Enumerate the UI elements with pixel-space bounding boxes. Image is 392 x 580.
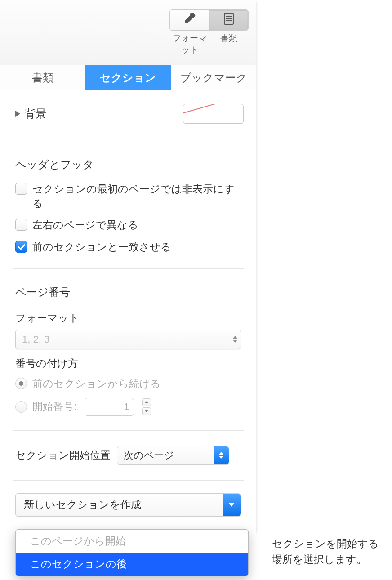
callout-leader-line xyxy=(249,557,269,557)
header-footer-title: ヘッダとフッタ xyxy=(0,145,256,178)
section-start-popup[interactable]: 次のページ xyxy=(117,446,229,465)
menu-item-after-this-section[interactable]: このセクションの後 xyxy=(16,553,248,576)
create-section-popup[interactable]: 新しいセクションを作成 xyxy=(15,493,241,517)
format-label: フォーマット xyxy=(170,32,209,56)
document-icon xyxy=(223,13,235,27)
document-label: 書類 xyxy=(209,32,248,56)
format-sublabel: フォーマット xyxy=(0,306,256,328)
background-label: 背景 xyxy=(25,107,178,121)
format-value: 1, 2, 3 xyxy=(22,334,49,345)
divider xyxy=(13,430,244,431)
format-brush-icon xyxy=(183,13,196,27)
page-number-format-select[interactable]: 1, 2, 3 xyxy=(15,330,241,349)
start-at-label: 開始番号: xyxy=(32,400,76,414)
tab-document[interactable]: 書類 xyxy=(0,65,85,90)
callout-text: セクションを開始する 場所を選択します。 xyxy=(272,536,379,567)
section-start-value: 次のページ xyxy=(124,449,174,462)
background-color-well[interactable] xyxy=(183,104,244,124)
page-number-title: ページ番号 xyxy=(0,272,256,306)
divider xyxy=(13,480,244,481)
diff-lr-label: 左右のページで異なる xyxy=(32,218,138,232)
format-button[interactable] xyxy=(170,10,209,30)
document-button[interactable] xyxy=(209,10,248,30)
menu-item-start-this-page[interactable]: このページから開始 xyxy=(16,530,248,553)
continue-label: 前のセクションから続ける xyxy=(32,377,161,391)
numbering-sublabel: 番号の付け方 xyxy=(0,351,256,373)
divider xyxy=(13,141,244,141)
popup-down-icon xyxy=(223,494,241,516)
start-at-input[interactable] xyxy=(85,398,134,416)
tab-section[interactable]: セクション xyxy=(85,65,170,90)
continue-radio[interactable] xyxy=(15,378,27,389)
start-at-radio[interactable] xyxy=(15,401,27,413)
stepper-icon xyxy=(229,330,241,349)
hide-first-label: セクションの最初のページでは非表示にする xyxy=(32,182,241,210)
toolbar: フォーマット 書類 xyxy=(0,0,256,65)
popup-arrows-icon xyxy=(214,446,229,464)
disclosure-triangle-icon[interactable] xyxy=(15,111,20,117)
create-section-menu: このページから開始 このセクションの後 xyxy=(15,529,249,576)
match-prev-checkbox[interactable] xyxy=(15,241,27,253)
diff-lr-checkbox[interactable] xyxy=(15,219,27,231)
hide-first-checkbox[interactable] xyxy=(15,183,27,195)
section-start-label: セクション開始位置 xyxy=(15,448,111,462)
tab-bookmark[interactable]: ブックマーク xyxy=(171,65,256,90)
match-prev-label: 前のセクションと一致させる xyxy=(32,240,171,254)
number-stepper[interactable] xyxy=(142,398,152,416)
inspector-tabs: 書類 セクション ブックマーク xyxy=(0,65,256,90)
create-section-label: 新しいセクションを作成 xyxy=(24,498,141,512)
divider xyxy=(13,268,244,269)
